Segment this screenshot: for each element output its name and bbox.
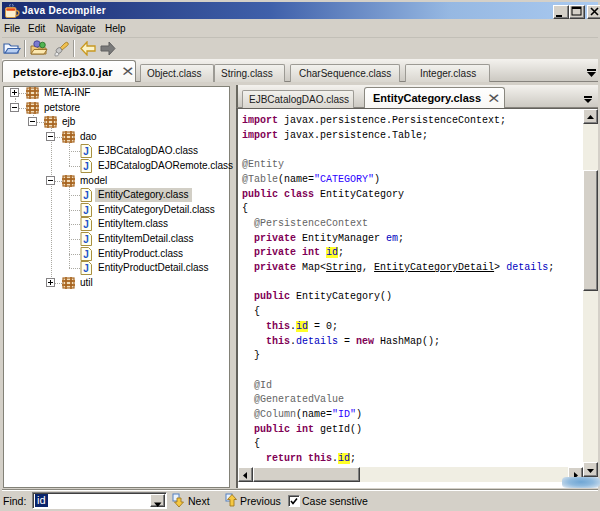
svg-text:J: J: [83, 190, 89, 201]
svg-text:J: J: [83, 146, 89, 157]
svg-text:J: J: [83, 249, 89, 260]
svg-text:J: J: [83, 263, 89, 274]
svg-text:J: J: [83, 219, 89, 230]
svg-text:J: J: [83, 205, 89, 216]
svg-text:J: J: [83, 161, 89, 172]
svg-text:J: J: [83, 234, 89, 245]
